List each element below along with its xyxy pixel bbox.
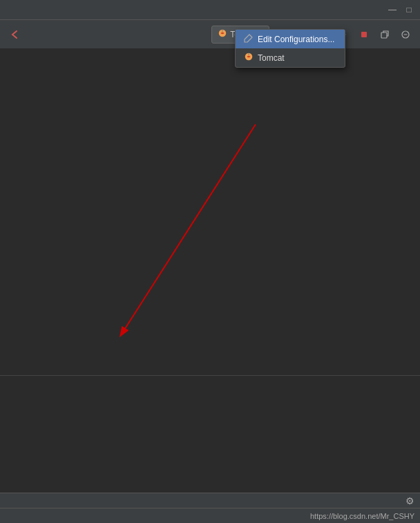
restore-button[interactable] xyxy=(376,26,394,44)
tomcat-item-label: Tomcat xyxy=(258,53,285,63)
edit-configurations-label: Edit Configurations... xyxy=(258,35,334,44)
toolbar: Tomcat ▾ xyxy=(0,19,420,48)
bottom-panel: ⚙ https://blog.csdn.net/Mr_CSHY xyxy=(0,375,420,523)
edit-configurations-item[interactable]: Edit Configurations... xyxy=(236,30,345,48)
status-bar: https://blog.csdn.net/Mr_CSHY xyxy=(0,508,420,523)
tomcat-config-icon xyxy=(218,28,227,40)
extra-button[interactable] xyxy=(397,26,414,44)
maximize-button[interactable]: □ xyxy=(403,4,414,15)
svg-rect-4 xyxy=(381,32,387,38)
settings-gear-icon[interactable]: ⚙ xyxy=(405,495,414,506)
arrow-annotation xyxy=(0,48,420,380)
svg-line-7 xyxy=(121,124,256,335)
url-label: https://blog.csdn.net/Mr_CSHY xyxy=(310,512,414,520)
run-config-dropdown: Edit Configurations... Tomcat xyxy=(235,29,345,68)
stop-button[interactable] xyxy=(355,26,373,44)
minimize-button[interactable]: — xyxy=(387,4,398,15)
edit-config-icon xyxy=(244,33,254,45)
tomcat-item-icon xyxy=(244,52,254,64)
back-button[interactable] xyxy=(6,26,23,44)
title-bar: — □ xyxy=(0,0,420,19)
tomcat-config-item[interactable]: Tomcat xyxy=(236,48,345,67)
main-content xyxy=(0,48,420,380)
output-area xyxy=(0,375,420,493)
svg-rect-3 xyxy=(361,32,367,37)
